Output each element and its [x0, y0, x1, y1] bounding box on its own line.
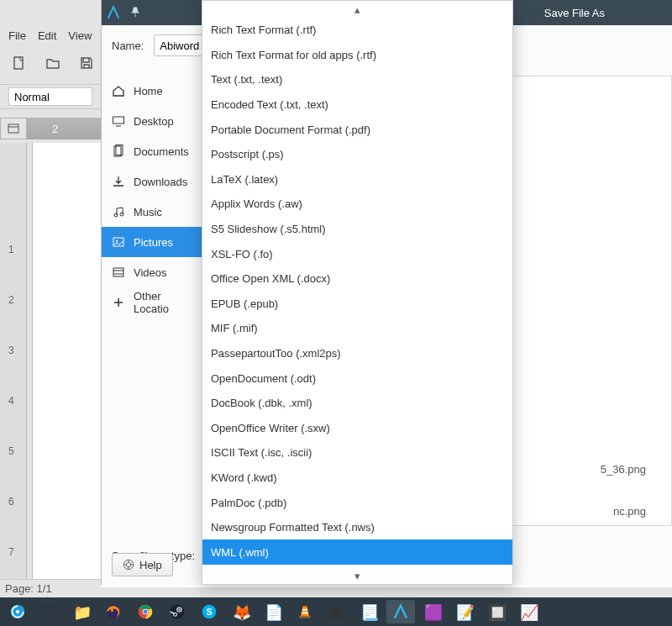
- taskbar-files[interactable]: 📁: [67, 600, 96, 623]
- paragraph-style-combo[interactable]: [8, 87, 92, 106]
- ruler-mark: 6: [8, 496, 14, 508]
- sidebar-place-home[interactable]: Home: [102, 76, 202, 106]
- taskbar-vlc[interactable]: [291, 600, 319, 623]
- desktop-icon: [112, 114, 125, 128]
- open-folder-icon[interactable]: [45, 56, 60, 70]
- filetype-option[interactable]: Encoded Text (.txt, .text): [202, 92, 512, 118]
- filetype-option[interactable]: EPUB (.epub): [202, 292, 512, 317]
- music-icon: [112, 205, 125, 218]
- taskbar-steam[interactable]: [163, 600, 192, 623]
- menu-file[interactable]: File: [8, 29, 26, 42]
- places-sidebar: HomeDesktopDocumentsDownloadsMusicPictur…: [102, 76, 202, 526]
- save-icon[interactable]: [79, 56, 94, 70]
- filetype-option[interactable]: Newsgroup Formatted Text (.nws): [202, 515, 512, 540]
- filetype-option[interactable]: S5 Slideshow (.s5.html): [202, 217, 512, 242]
- place-label: Music: [134, 206, 162, 218]
- taskbar-firefox[interactable]: [99, 600, 128, 623]
- documents-icon: [112, 145, 125, 158]
- ruler-mark: 4: [8, 395, 14, 407]
- sidebar-place-other-locatio[interactable]: Other Locatio: [102, 287, 202, 318]
- taskbar-libreoffice[interactable]: 📄: [259, 600, 287, 623]
- line-gutter: 1 2 3 4 5 6 7: [0, 143, 27, 587]
- scroll-up-arrow[interactable]: ▴: [202, 1, 512, 18]
- toolbar: [0, 50, 106, 76]
- taskbar-chrome[interactable]: [131, 600, 160, 623]
- filetype-option[interactable]: Portable Document Format (.pdf): [202, 117, 512, 142]
- ruler-toggle[interactable]: [0, 118, 27, 139]
- place-label: Other Locatio: [134, 290, 192, 315]
- filetype-option[interactable]: Rich Text Format for old apps (.rtf): [202, 43, 512, 68]
- sidebar-place-videos[interactable]: Videos: [102, 257, 202, 287]
- filetype-option[interactable]: LaTeX (.latex): [202, 167, 512, 192]
- pictures-icon: [112, 235, 125, 249]
- svg-rect-11: [113, 268, 123, 276]
- horizontal-ruler: 2: [27, 118, 102, 139]
- filetype-option[interactable]: KWord (.kwd): [202, 466, 512, 491]
- file-entry[interactable]: nc.png: [613, 505, 646, 518]
- taskbar-app-grid[interactable]: ▦: [323, 600, 351, 623]
- sidebar-place-downloads[interactable]: Downloads: [102, 166, 202, 197]
- filetype-option[interactable]: Text (.txt, .text): [202, 67, 512, 92]
- filetype-option[interactable]: WML (.wml): [202, 539, 512, 565]
- svg-point-27: [144, 610, 148, 614]
- menu-edit[interactable]: Edit: [38, 29, 56, 42]
- file-entry[interactable]: 5_36.png: [601, 463, 646, 476]
- pin-icon[interactable]: [125, 0, 145, 25]
- sidebar-place-documents[interactable]: Documents: [102, 136, 202, 166]
- svg-text:S: S: [206, 607, 212, 617]
- place-label: Documents: [134, 145, 189, 158]
- svg-point-10: [116, 240, 118, 242]
- taskbar-skype[interactable]: S: [195, 600, 223, 623]
- taskbar-abiword[interactable]: [386, 600, 415, 623]
- menu-view[interactable]: View: [68, 29, 92, 42]
- filetype-option[interactable]: XSL-FO (.fo): [202, 241, 512, 266]
- place-label: Videos: [134, 266, 167, 279]
- filetype-option[interactable]: OpenDocument (.odt): [202, 366, 512, 391]
- svg-rect-0: [14, 57, 23, 69]
- sidebar-place-desktop[interactable]: Desktop: [102, 106, 202, 136]
- filetype-option[interactable]: OpenOffice Writer (.sxw): [202, 416, 512, 441]
- filetype-option[interactable]: Rich Text Format (.rtf): [202, 18, 512, 43]
- taskbar-monitor[interactable]: 📈: [514, 600, 543, 623]
- filetype-option[interactable]: Postscript (.ps): [202, 142, 512, 167]
- plus-icon: [112, 296, 125, 309]
- ruler-mark: 2: [8, 294, 14, 306]
- sidebar-place-pictures[interactable]: Pictures: [102, 227, 202, 257]
- place-label: Downloads: [134, 176, 187, 188]
- videos-icon: [112, 266, 125, 279]
- filetype-dropdown[interactable]: ▴ Rich Text Format (.rtf)Rich Text Forma…: [202, 0, 513, 585]
- svg-rect-37: [299, 616, 310, 618]
- place-label: Home: [134, 85, 163, 97]
- scroll-down-arrow[interactable]: ▾: [202, 567, 512, 584]
- taskbar-gimp[interactable]: 🦊: [227, 600, 255, 623]
- ruler-mark: 5: [8, 445, 14, 457]
- svg-rect-1: [8, 124, 18, 133]
- menu-bar: File Edit View I: [0, 24, 115, 46]
- sidebar-place-music[interactable]: Music: [102, 197, 202, 227]
- new-doc-icon[interactable]: [12, 56, 27, 70]
- filename-label: Name:: [112, 39, 144, 52]
- taskbar: 🗔📁S🦊📄▦📃🟪📝🔲📈: [0, 597, 672, 626]
- filetype-option[interactable]: PalmDoc (.pdb): [202, 490, 512, 515]
- filetype-option[interactable]: MIF (.mif): [202, 316, 512, 341]
- taskbar-widget[interactable]: 🔲: [482, 600, 511, 623]
- ruler-mark: 3: [8, 345, 14, 356]
- taskbar-kde-launcher[interactable]: [3, 600, 32, 623]
- help-icon: [123, 559, 134, 571]
- svg-point-17: [126, 562, 130, 566]
- help-button[interactable]: Help: [112, 553, 173, 576]
- taskbar-purple[interactable]: 🟪: [418, 600, 447, 623]
- filetype-option[interactable]: Office Open XML (.docx): [202, 266, 512, 292]
- ruler-mark: 1: [8, 244, 14, 255]
- downloads-icon: [112, 175, 125, 188]
- taskbar-doc[interactable]: 📃: [354, 600, 383, 623]
- svg-point-23: [16, 610, 19, 613]
- filetype-option[interactable]: PassepartoutToo (.xml2ps): [202, 341, 512, 366]
- filetype-option[interactable]: ISCII Text (.isc, .iscii): [202, 440, 512, 466]
- filetype-option[interactable]: DocBook (.dbk, .xml): [202, 391, 512, 416]
- svg-point-30: [178, 608, 180, 610]
- svg-rect-3: [113, 117, 124, 124]
- taskbar-show-desktop[interactable]: 🗔: [35, 600, 64, 623]
- taskbar-kate[interactable]: 📝: [450, 600, 479, 623]
- filetype-option[interactable]: Applix Words (.aw): [202, 192, 512, 217]
